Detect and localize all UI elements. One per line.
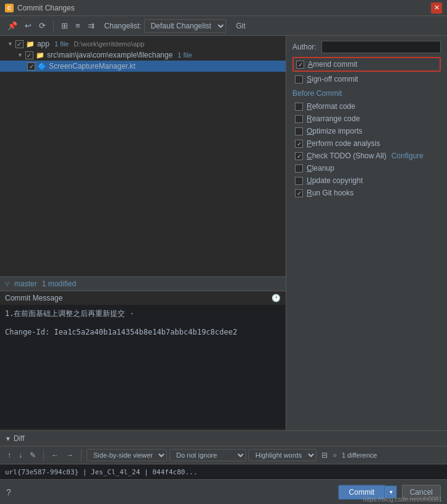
author-label: Author: xyxy=(292,43,317,51)
viewer-select[interactable]: Side-by-side viewer Unified viewer xyxy=(87,449,167,461)
toolbar-group-btn[interactable]: ⊞ xyxy=(59,20,70,32)
close-button[interactable]: ✕ xyxy=(431,2,442,14)
clock-icon: 🕐 xyxy=(271,294,281,302)
tree-count-src: 1 file xyxy=(177,51,192,59)
diff-title: Diff xyxy=(14,434,25,443)
commit-message-label: Commit Message xyxy=(5,294,62,302)
toolbar-expand-btn[interactable]: ≡ xyxy=(73,20,83,32)
cb-optimize[interactable] xyxy=(295,127,303,135)
checkbox-src[interactable]: ✓ xyxy=(25,51,33,59)
label-git-hooks: Run Git hooks xyxy=(307,189,354,197)
left-panel: ▼ ✓ 📁 app 1 file D:\work\gerritdemo\app … xyxy=(0,36,286,430)
cb-perform[interactable]: ✓ xyxy=(295,140,303,148)
separator-1 xyxy=(53,20,54,32)
git-label: Git xyxy=(236,22,245,30)
tree-label-file: ScreenCaptureManager.kt xyxy=(49,62,135,70)
commit-message-header: Commit Message 🕐 xyxy=(0,291,286,305)
option-copyright[interactable]: Update copyright xyxy=(292,176,441,186)
cb-git-hooks[interactable]: ✓ xyxy=(295,189,303,197)
tree-path-app: D:\work\gerritdemo\app xyxy=(74,40,144,48)
right-panel: Author: ✓ Amend commit Sign-off commit B… xyxy=(286,36,447,430)
option-cleanup[interactable]: Cleanup xyxy=(292,163,441,173)
tree-arrow-src: ▼ xyxy=(17,52,23,58)
help-button[interactable]: ? xyxy=(6,487,11,497)
toolbar-pin-btn[interactable]: 📌 xyxy=(5,20,20,32)
window-title: Commit Changes xyxy=(17,4,75,12)
label-reformat: Reformat code xyxy=(307,102,355,111)
label-todo: Check TODO (Show All) xyxy=(307,152,386,160)
highlight-select[interactable]: Highlight words Highlight lines No highl… xyxy=(249,449,317,461)
diff-sep-2 xyxy=(81,450,82,461)
label-cleanup: Cleanup xyxy=(307,164,334,173)
ignore-select[interactable]: Do not ignore Ignore whitespace xyxy=(169,449,246,461)
title-bar-left: C Commit Changes xyxy=(5,4,75,12)
toolbar-collapse-btn[interactable]: ⇉ xyxy=(85,20,97,32)
option-perform[interactable]: ✓ Perform code analysis xyxy=(292,139,441,148)
diff-content-text: url{73e587-994c03} | Jes_Cl_4l_24 | 044f… xyxy=(5,468,197,476)
before-commit-header: Before Commit xyxy=(292,89,441,98)
diff-content: url{73e587-994c03} | Jes_Cl_4l_24 | 044f… xyxy=(0,464,447,479)
diff-edit-btn[interactable]: ✎ xyxy=(27,450,38,461)
diff-down-btn[interactable]: ↓ xyxy=(16,450,25,461)
amend-checkbox[interactable]: ✓ xyxy=(296,61,304,69)
changelist-label: Changelist: xyxy=(104,22,142,30)
tree-item-src[interactable]: ▼ ✓ 📁 src\main\java\com\example\filechan… xyxy=(0,49,286,61)
diff-section: ▼ Diff ↑ ↓ ✎ ← → Side-by-side viewer Uni… xyxy=(0,430,447,479)
diff-toolbar: ↑ ↓ ✎ ← → Side-by-side viewer Unified vi… xyxy=(0,446,447,464)
tree-label-src: src\main\java\com\example\filechange xyxy=(47,51,172,59)
diff-sep-3: » xyxy=(333,451,337,459)
cb-reformat[interactable] xyxy=(295,103,303,111)
option-reformat[interactable]: Reformat code xyxy=(292,101,441,111)
tree-count-app: 1 file xyxy=(54,40,69,48)
diff-count: 1 difference xyxy=(342,451,377,459)
sign-off-checkbox[interactable] xyxy=(295,75,303,83)
changelist-select[interactable]: Default Changelist xyxy=(144,19,226,33)
amend-commit-label: Amend commit xyxy=(308,60,357,69)
option-rearrange[interactable]: Rearrange code xyxy=(292,114,441,124)
diff-prev-btn[interactable]: ← xyxy=(49,450,61,461)
main-toolbar: 📌 ↩ ⟳ ⊞ ≡ ⇉ Changelist: Default Changeli… xyxy=(0,16,447,36)
cb-rearrange[interactable] xyxy=(295,115,303,123)
checkbox-app[interactable]: ✓ xyxy=(15,40,23,48)
option-todo[interactable]: ✓ Check TODO (Show All) Configure xyxy=(292,151,441,161)
app-icon: C xyxy=(5,4,14,12)
folder-icon-app: 📁 xyxy=(26,40,35,48)
commit-message-textarea[interactable]: 1.在前面基础上调整之后再重新提交 · Change-Id: Iea1c5a2a… xyxy=(0,305,286,429)
author-input[interactable] xyxy=(321,41,441,53)
diff-settings-btn[interactable]: ⊟ xyxy=(319,450,330,461)
tree-item-file[interactable]: ✓ 🔷 ScreenCaptureManager.kt xyxy=(0,61,286,72)
commit-section: Commit Message 🕐 1.在前面基础上调整之后再重新提交 · Cha… xyxy=(0,291,286,430)
title-bar: C Commit Changes ✕ xyxy=(0,0,447,16)
sign-off-row[interactable]: Sign-off commit xyxy=(292,74,441,84)
option-git-hooks[interactable]: ✓ Run Git hooks xyxy=(292,188,441,198)
modified-count: 1 modified xyxy=(42,280,76,288)
checkbox-file[interactable]: ✓ xyxy=(27,62,35,70)
configure-link[interactable]: Configure xyxy=(391,152,424,160)
folder-icon-src: 📁 xyxy=(36,51,45,59)
diff-up-btn[interactable]: ↑ xyxy=(5,450,14,461)
tree-arrow-app: ▼ xyxy=(7,41,13,47)
sign-off-label: Sign-off commit xyxy=(307,75,358,83)
file-tree: ▼ ✓ 📁 app 1 file D:\work\gerritdemo\app … xyxy=(0,36,286,276)
option-optimize[interactable]: Optimize imports xyxy=(292,126,441,136)
amend-commit-row[interactable]: ✓ Amend commit xyxy=(292,57,441,72)
diff-expand-icon: ▼ xyxy=(5,435,11,442)
kotlin-file-icon: 🔷 xyxy=(38,62,46,70)
branch-name: master xyxy=(14,280,37,288)
center-area: ▼ ✓ 📁 app 1 file D:\work\gerritdemo\app … xyxy=(0,36,447,430)
author-row: Author: xyxy=(292,41,441,53)
status-bar: ⑂ master 1 modified xyxy=(0,276,286,291)
cb-copyright[interactable] xyxy=(295,177,303,185)
watermark: https://blog.csdn.net/cfn0081 xyxy=(363,496,442,503)
label-optimize: Optimize imports xyxy=(307,127,362,135)
branch-icon: ⑂ xyxy=(5,280,9,288)
cb-cleanup[interactable] xyxy=(295,164,303,173)
cb-todo[interactable]: ✓ xyxy=(295,152,303,160)
toolbar-refresh-btn[interactable]: ⟳ xyxy=(36,20,48,32)
label-copyright: Update copyright xyxy=(307,176,363,185)
diff-next-btn[interactable]: → xyxy=(64,450,76,461)
diff-sep-1 xyxy=(43,450,44,461)
toolbar-undo-btn[interactable]: ↩ xyxy=(22,20,34,32)
diff-header[interactable]: ▼ Diff xyxy=(0,431,447,446)
tree-item-app[interactable]: ▼ ✓ 📁 app 1 file D:\work\gerritdemo\app xyxy=(0,38,286,49)
